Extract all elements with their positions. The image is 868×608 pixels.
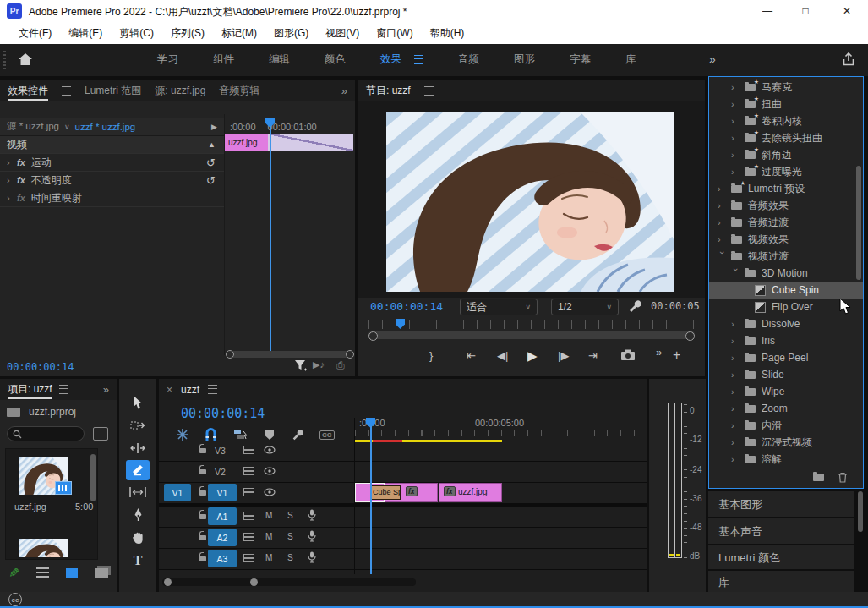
right-stack-scrollbar[interactable] bbox=[858, 491, 863, 532]
home-button[interactable] bbox=[17, 51, 34, 68]
essential-sound-panel-header[interactable]: 基本声音 bbox=[708, 518, 854, 544]
play-audio-icon[interactable]: ▶♪ bbox=[313, 359, 325, 370]
panel-menu-icon[interactable] bbox=[62, 86, 71, 96]
delete-trash-icon[interactable] bbox=[838, 472, 848, 483]
hand-tool[interactable] bbox=[123, 527, 152, 549]
voiceover-mic-icon[interactable] bbox=[308, 551, 316, 563]
lock-icon[interactable] bbox=[199, 514, 206, 519]
mute-button[interactable]: M bbox=[265, 532, 272, 541]
playback-resolution-select[interactable]: 1/2∨ bbox=[551, 299, 619, 315]
pen-tool[interactable] bbox=[123, 504, 152, 526]
menu-help[interactable]: 帮助(H) bbox=[422, 22, 473, 44]
video-section-header[interactable]: 视频 ▲ bbox=[0, 136, 224, 154]
freeform-view-button[interactable] bbox=[95, 568, 108, 578]
project-search-input[interactable] bbox=[7, 426, 85, 441]
insert-nest-icon[interactable] bbox=[176, 428, 189, 441]
mute-button[interactable]: M bbox=[265, 553, 272, 562]
add-button-editor[interactable]: + bbox=[673, 348, 680, 363]
source-patch-v1[interactable]: V1 bbox=[164, 484, 191, 501]
lock-icon[interactable] bbox=[199, 556, 206, 561]
solo-button[interactable]: S bbox=[287, 511, 293, 520]
selection-tool[interactable] bbox=[123, 392, 152, 414]
panel-menu-icon[interactable] bbox=[424, 86, 434, 96]
lumetri-color-panel-header[interactable]: Lumetri 颜色 bbox=[708, 545, 854, 569]
timeline-timecode[interactable]: 00:00:00:14 bbox=[181, 406, 265, 421]
tab-overflow-icon[interactable]: » bbox=[341, 85, 347, 97]
essential-graphics-panel-header[interactable]: 基本图形 bbox=[708, 491, 854, 517]
effects-item-video-effects[interactable]: ›视频效果 bbox=[709, 231, 863, 248]
maximize-button[interactable]: □ bbox=[791, 0, 820, 22]
workspace-tab-effects[interactable]: 效果 bbox=[380, 52, 401, 67]
tab-project[interactable]: 项目: uzzf bbox=[8, 382, 52, 397]
scroll-handle[interactable] bbox=[685, 331, 695, 341]
effect-row-time-remapping[interactable]: › fx 时间重映射 bbox=[0, 189, 224, 207]
chevron-right-icon[interactable]: › bbox=[7, 193, 17, 203]
panel-menu-icon[interactable] bbox=[59, 385, 68, 394]
ec-timecode[interactable]: 00:00:00:14 bbox=[7, 361, 74, 373]
transition-cube-spin[interactable]: Cube Spin bbox=[370, 485, 401, 500]
ec-opacity-ramp[interactable] bbox=[268, 134, 353, 151]
effects-item-dissolve[interactable]: ›Dissolve bbox=[709, 315, 863, 332]
lock-icon[interactable] bbox=[199, 535, 206, 540]
effects-item-convolution[interactable]: ›卷积内核 bbox=[709, 112, 863, 129]
chevron-down-icon[interactable]: ∨ bbox=[64, 123, 70, 131]
scroll-handle[interactable] bbox=[226, 350, 234, 359]
workspace-tab-audio[interactable]: 音频 bbox=[458, 52, 479, 67]
reset-effect-icon[interactable]: ↺ bbox=[206, 156, 216, 169]
search-bin-icon[interactable] bbox=[93, 427, 108, 441]
timeline-playhead-line[interactable] bbox=[370, 426, 372, 574]
effects-item-push[interactable]: ›内滑 bbox=[709, 417, 863, 434]
close-button[interactable]: ✕ bbox=[833, 0, 861, 22]
go-to-in-button[interactable]: ⇤ bbox=[467, 349, 476, 362]
track-select-forward-tool[interactable] bbox=[123, 414, 152, 436]
workspace-menu-icon[interactable] bbox=[414, 55, 423, 64]
panel-menu-icon[interactable] bbox=[208, 385, 217, 394]
effects-item-cube-spin[interactable]: Cube Spin bbox=[709, 282, 863, 299]
libraries-panel-header[interactable]: 库 bbox=[708, 571, 854, 592]
close-tab-icon[interactable]: × bbox=[167, 384, 172, 396]
ec-h-scrollbar[interactable] bbox=[227, 351, 353, 358]
sync-lock-icon[interactable] bbox=[243, 533, 254, 541]
razor-tool[interactable] bbox=[126, 460, 150, 480]
effects-item-twirl[interactable]: ›扭曲 bbox=[709, 96, 863, 112]
sync-lock-icon[interactable] bbox=[243, 446, 254, 454]
navigate-up-icon[interactable] bbox=[7, 408, 20, 417]
add-marker-icon[interactable] bbox=[265, 430, 274, 440]
workspace-tab-editing[interactable]: 编辑 bbox=[269, 52, 290, 67]
ripple-edit-tool[interactable] bbox=[123, 437, 152, 459]
clip-thumbnail-partial[interactable] bbox=[19, 539, 68, 557]
workspace-overflow-icon[interactable]: » bbox=[709, 52, 716, 66]
mark-out-button[interactable]: } bbox=[429, 349, 433, 362]
workspace-tab-color[interactable]: 颜色 bbox=[325, 52, 346, 67]
effects-item-bevel-edges[interactable]: ›斜角边 bbox=[709, 146, 863, 163]
effects-scrollbar[interactable] bbox=[856, 166, 861, 280]
workspace-tab-libraries[interactable]: 库 bbox=[625, 52, 636, 67]
program-ruler[interactable] bbox=[368, 320, 695, 329]
writable-pencil-icon[interactable]: ✎ bbox=[6, 567, 21, 578]
new-custom-bin-icon[interactable] bbox=[813, 474, 824, 481]
effects-item-page-peel[interactable]: ›Page Peel bbox=[709, 349, 863, 366]
tab-lumetri-scopes[interactable]: Lumetri 范围 bbox=[85, 84, 141, 98]
effects-item-zoom[interactable]: ›Zoom bbox=[709, 400, 863, 417]
export-share-button[interactable] bbox=[841, 52, 856, 67]
lock-icon[interactable] bbox=[199, 448, 206, 453]
voiceover-mic-icon[interactable] bbox=[308, 530, 316, 542]
tab-effect-controls[interactable]: 效果控件 bbox=[8, 84, 48, 98]
step-back-button[interactable]: ◀| bbox=[497, 349, 508, 362]
linked-selection-icon[interactable] bbox=[233, 428, 248, 441]
effects-item-slide[interactable]: ›Slide bbox=[709, 366, 863, 383]
workspace-tab-captions[interactable]: 字幕 bbox=[570, 52, 591, 67]
toggle-track-output-eye-icon[interactable] bbox=[264, 467, 276, 475]
sync-lock-icon[interactable] bbox=[243, 512, 254, 520]
export-panel-icon[interactable]: ⎙ bbox=[336, 359, 345, 371]
snap-magnet-icon[interactable] bbox=[205, 428, 217, 441]
menu-sequence[interactable]: 序列(S) bbox=[162, 22, 213, 44]
menu-clip[interactable]: 剪辑(C) bbox=[111, 22, 162, 44]
effects-item-3d-motion[interactable]: ›3D Motion bbox=[709, 265, 863, 282]
effects-item-overexpose[interactable]: ›过度曝光 bbox=[709, 163, 863, 180]
filmstrip-badge-icon[interactable] bbox=[55, 481, 72, 495]
effects-item-audio-transitions[interactable]: ›音频过渡 bbox=[709, 214, 863, 231]
filter-properties-button[interactable] bbox=[294, 359, 308, 371]
go-to-out-button[interactable]: ⇥ bbox=[588, 349, 598, 362]
flyout-arrow-icon[interactable]: ▶ bbox=[211, 123, 217, 131]
